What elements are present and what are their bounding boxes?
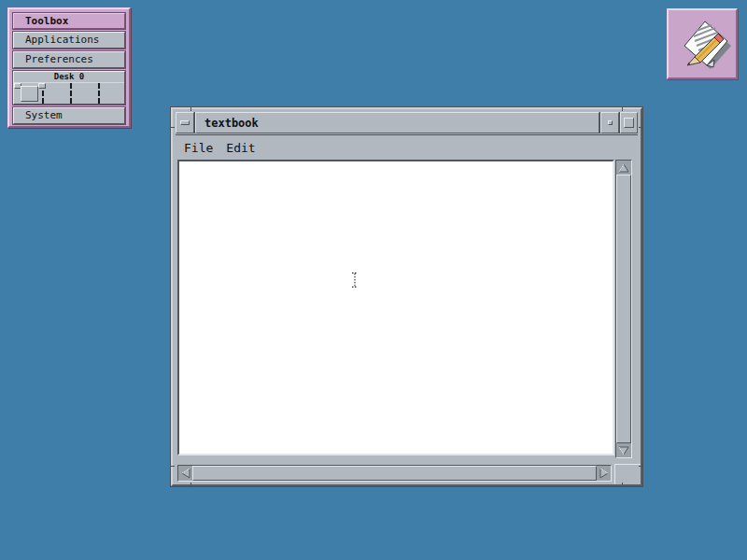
- desktop-icon-button[interactable]: [667, 8, 738, 79]
- window-title[interactable]: textbook: [195, 112, 599, 133]
- resize-notch[interactable]: [639, 127, 642, 128]
- resize-notch[interactable]: [190, 107, 191, 111]
- vertical-scrollbar[interactable]: [615, 160, 632, 458]
- notepad-pencil-icon: [672, 12, 732, 76]
- toolbox-item-applications[interactable]: Applications: [13, 32, 125, 49]
- vertical-scroll-thumb[interactable]: [616, 175, 631, 443]
- toolbox-panel: Toolbox Applications Preferences Desk 0 …: [7, 7, 131, 128]
- maximize-button[interactable]: [620, 112, 638, 133]
- resize-notch[interactable]: [622, 107, 623, 111]
- resize-corner-handle[interactable]: [614, 464, 641, 484]
- toolbox-item-preferences[interactable]: Preferences: [13, 51, 125, 68]
- horizontal-scroll-thumb[interactable]: [192, 466, 597, 481]
- toolbox-item-system[interactable]: System: [13, 107, 125, 124]
- desk-pager-title: Desk 0: [14, 72, 124, 83]
- desk-pager: Desk 0: [13, 71, 125, 105]
- resize-notch[interactable]: [190, 483, 191, 486]
- up-arrow-icon: [618, 162, 629, 174]
- horizontal-scrollbar[interactable]: [177, 465, 612, 482]
- toolbox-title[interactable]: Toolbox: [13, 13, 125, 29]
- maximize-icon: [624, 118, 634, 128]
- text-area[interactable]: [177, 160, 614, 455]
- scroll-up-button[interactable]: [616, 161, 631, 175]
- scroll-down-button[interactable]: [616, 443, 631, 457]
- scroll-right-button[interactable]: [597, 466, 611, 481]
- pager-window-miniature[interactable]: [21, 86, 38, 102]
- resize-notch[interactable]: [171, 127, 175, 128]
- textbook-window: textbook File Edit: [171, 107, 642, 486]
- minimize-button[interactable]: [600, 112, 619, 133]
- text-caret: [350, 272, 359, 288]
- minimize-icon: [608, 120, 613, 125]
- left-arrow-icon: [180, 468, 191, 479]
- desk-divider: [98, 83, 100, 104]
- desk-pager-grid[interactable]: [14, 83, 124, 104]
- title-bar[interactable]: textbook: [176, 112, 638, 133]
- menu-edit[interactable]: Edit: [219, 135, 261, 160]
- menu-bar: File Edit: [176, 134, 638, 160]
- resize-notch[interactable]: [171, 466, 175, 467]
- down-arrow-icon: [618, 445, 629, 456]
- window-menu-icon: [180, 120, 190, 125]
- right-arrow-icon: [599, 468, 610, 479]
- desk-divider: [70, 83, 72, 104]
- pager-window-miniature[interactable]: [38, 83, 46, 89]
- menu-file[interactable]: File: [177, 135, 219, 160]
- window-menu-button[interactable]: [176, 112, 194, 133]
- scroll-left-button[interactable]: [178, 466, 192, 481]
